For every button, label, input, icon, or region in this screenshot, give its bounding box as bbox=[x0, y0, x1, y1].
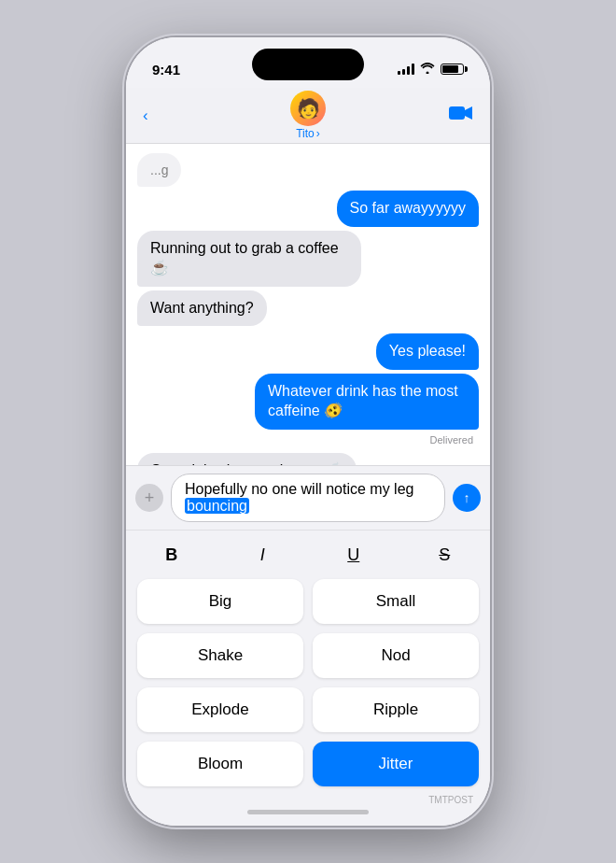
message-row: One triple shot coming up ☕ bbox=[137, 453, 479, 465]
message-bubble: Yes please! bbox=[376, 333, 479, 370]
back-button[interactable]: ‹ bbox=[143, 106, 148, 125]
nav-bar: ‹ 🧑 Tito › bbox=[126, 88, 490, 144]
bold-button[interactable]: B bbox=[151, 538, 192, 572]
video-call-button[interactable] bbox=[449, 105, 473, 126]
effect-explode-button[interactable]: Explode bbox=[137, 687, 303, 732]
italic-button[interactable]: I bbox=[242, 538, 283, 572]
highlighted-text: bouncing bbox=[185, 498, 249, 514]
message-row: Whatever drink has the most caffeine 🫨 bbox=[137, 374, 479, 430]
send-button[interactable]: ↑ bbox=[453, 484, 481, 512]
effect-shake-button[interactable]: Shake bbox=[137, 633, 303, 678]
battery-icon bbox=[441, 64, 464, 75]
message-row: So far awayyyyyy bbox=[137, 191, 479, 227]
message-bubble: Whatever drink has the most caffeine 🫨 bbox=[255, 374, 479, 430]
chevron-left-icon: ‹ bbox=[143, 106, 148, 125]
message-row: Want anything? bbox=[137, 290, 479, 327]
messages-area: ...g So far awayyyyyy Running out to gra… bbox=[126, 144, 490, 465]
contact-chevron-icon: › bbox=[316, 127, 320, 140]
message-row: Running out to grab a coffee ☕ bbox=[137, 231, 479, 287]
effect-jitter-button[interactable]: Jitter bbox=[313, 742, 479, 786]
screen: 9:41 ‹ bbox=[126, 37, 490, 826]
avatar: 🧑 bbox=[290, 91, 326, 126]
delivered-status: Delivered bbox=[137, 434, 473, 446]
contact-name: Tito bbox=[296, 127, 315, 140]
svg-rect-0 bbox=[449, 106, 465, 120]
input-row: + Hopefully no one will notice my leg bo… bbox=[126, 465, 490, 530]
home-bar bbox=[247, 810, 369, 814]
phone-frame: 9:41 ‹ bbox=[126, 37, 490, 826]
status-bar: 9:41 bbox=[126, 37, 490, 88]
watermark: TMTPOST bbox=[428, 795, 473, 805]
signal-bars-icon bbox=[398, 64, 414, 75]
wifi-icon bbox=[420, 63, 435, 77]
message-bubble: ...g bbox=[137, 153, 181, 187]
message-bubble: One triple shot coming up ☕ bbox=[137, 453, 357, 465]
effect-small-button[interactable]: Small bbox=[313, 579, 479, 624]
strikethrough-button[interactable]: S bbox=[424, 538, 465, 572]
status-time: 9:41 bbox=[152, 62, 180, 78]
message-bubble: Want anything? bbox=[137, 290, 267, 327]
dynamic-island bbox=[252, 49, 364, 80]
message-bubble: So far awayyyyyy bbox=[337, 191, 479, 227]
format-toolbar: B I U S bbox=[126, 530, 490, 575]
message-bubble: Running out to grab a coffee ☕ bbox=[137, 231, 361, 287]
underline-button[interactable]: U bbox=[333, 538, 374, 572]
effect-ripple-button[interactable]: Ripple bbox=[313, 687, 479, 732]
effect-big-button[interactable]: Big bbox=[137, 579, 303, 624]
send-icon: ↑ bbox=[464, 490, 470, 505]
status-icons bbox=[398, 63, 464, 77]
message-row: Yes please! bbox=[137, 333, 479, 370]
effect-nod-button[interactable]: Nod bbox=[313, 633, 479, 678]
add-button[interactable]: + bbox=[135, 484, 163, 512]
plus-icon: + bbox=[145, 488, 155, 508]
effect-bloom-button[interactable]: Bloom bbox=[137, 742, 303, 786]
message-input[interactable]: Hopefully no one will notice my leg boun… bbox=[171, 474, 445, 522]
effects-grid: Big Small Shake Nod Explode Ripple Bloom… bbox=[126, 575, 490, 798]
contact-header[interactable]: 🧑 Tito › bbox=[290, 91, 326, 140]
message-row: ...g bbox=[137, 153, 479, 187]
input-text: Hopefully no one will notice my leg boun… bbox=[185, 481, 431, 515]
